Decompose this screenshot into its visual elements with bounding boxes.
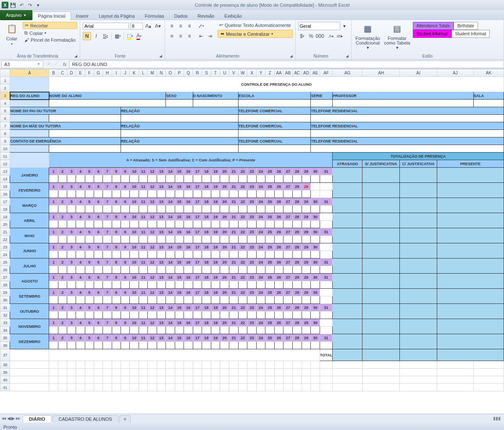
cell[interactable] <box>247 251 257 259</box>
cell[interactable]: 13 <box>157 213 165 221</box>
cell[interactable] <box>247 190 257 198</box>
cell[interactable] <box>10 100 49 107</box>
col-header[interactable]: AB <box>284 69 293 77</box>
cell[interactable] <box>130 221 139 228</box>
cell[interactable] <box>112 206 121 213</box>
decrease-font-button[interactable]: A▾ <box>154 22 162 30</box>
cell[interactable] <box>121 145 238 153</box>
row-header[interactable]: 6 <box>0 115 10 122</box>
cell[interactable] <box>229 190 239 198</box>
cell[interactable] <box>85 384 94 391</box>
cell[interactable] <box>400 334 437 349</box>
cell[interactable] <box>166 221 175 228</box>
cell[interactable]: 8 <box>112 228 121 236</box>
cell[interactable]: RELAÇÃO <box>121 107 238 115</box>
cell[interactable] <box>58 296 67 304</box>
cell[interactable]: 23 <box>247 259 257 266</box>
font-color-button[interactable]: A▾ <box>135 32 143 40</box>
cell[interactable] <box>284 236 293 243</box>
cell[interactable] <box>220 221 229 228</box>
cell[interactable]: TELEFONE COMERCIAL <box>238 137 311 145</box>
col-header[interactable]: S <box>202 69 211 77</box>
cell[interactable] <box>311 296 320 304</box>
cell[interactable]: 1 <box>49 183 58 190</box>
cell[interactable]: 24 <box>256 228 265 236</box>
cell[interactable] <box>265 384 275 391</box>
cell[interactable] <box>103 327 112 334</box>
cell[interactable]: TOTALIZAÇÃO DE PRESENÇA <box>333 153 504 160</box>
cell[interactable] <box>238 190 247 198</box>
cell[interactable]: 13 <box>157 319 165 327</box>
increase-font-button[interactable]: A▴ <box>144 22 152 30</box>
cell[interactable] <box>130 190 139 198</box>
cell[interactable]: 30 <box>311 213 320 221</box>
cell[interactable] <box>130 206 139 213</box>
cell[interactable] <box>238 115 311 122</box>
cell[interactable] <box>293 175 302 183</box>
cell[interactable] <box>10 130 49 137</box>
cell[interactable]: 14 <box>166 228 175 236</box>
cell[interactable]: 24 <box>256 289 265 296</box>
cell[interactable]: 7 <box>103 198 112 206</box>
cell[interactable] <box>320 206 333 213</box>
cell[interactable] <box>76 327 85 334</box>
cell[interactable] <box>311 327 320 334</box>
cell[interactable] <box>302 369 311 376</box>
cell[interactable] <box>202 369 211 376</box>
row-header[interactable]: 10 <box>0 145 10 153</box>
cell[interactable] <box>238 175 247 183</box>
cell[interactable] <box>193 369 202 376</box>
cell[interactable] <box>256 281 265 289</box>
row-header[interactable]: 23 <box>0 243 10 251</box>
cell[interactable]: 22 <box>238 274 247 281</box>
cell[interactable] <box>202 236 211 243</box>
cell[interactable]: 23 <box>247 319 257 327</box>
cell[interactable] <box>256 251 265 259</box>
cell[interactable]: 6 <box>94 213 102 221</box>
cell[interactable]: 9 <box>121 319 129 327</box>
tab-formulas[interactable]: Fórmulas <box>140 12 169 20</box>
cell[interactable] <box>293 327 302 334</box>
cell[interactable]: 15 <box>175 228 184 236</box>
cell[interactable] <box>193 296 202 304</box>
cell[interactable] <box>333 228 362 243</box>
cell[interactable] <box>175 206 184 213</box>
sheet-nav-last-icon[interactable]: ⏭ <box>16 416 20 421</box>
cell[interactable]: 22 <box>238 319 247 327</box>
cell[interactable]: 23 <box>247 168 257 175</box>
cell[interactable] <box>202 206 211 213</box>
cell[interactable] <box>256 342 265 349</box>
cell[interactable]: 2 <box>58 304 67 311</box>
cell[interactable] <box>130 175 139 183</box>
cell[interactable] <box>302 251 311 259</box>
cell[interactable] <box>166 361 175 369</box>
cell[interactable] <box>284 361 293 369</box>
cell[interactable]: 14 <box>166 198 175 206</box>
cell[interactable] <box>76 236 85 243</box>
cell[interactable] <box>121 311 129 319</box>
cell[interactable] <box>175 361 184 369</box>
cell[interactable]: TELEFONE RESIDENCIAL <box>311 137 504 145</box>
cell[interactable] <box>166 190 175 198</box>
cell[interactable] <box>202 384 211 391</box>
cell[interactable] <box>238 130 311 137</box>
cell[interactable]: 26 <box>274 259 284 266</box>
align-left-button[interactable]: ≡ <box>168 32 176 40</box>
cell[interactable] <box>333 100 474 107</box>
cell[interactable]: 2 <box>58 228 67 236</box>
cell[interactable] <box>10 349 49 361</box>
cell[interactable]: 9 <box>121 213 129 221</box>
cell[interactable]: 10 <box>130 168 139 175</box>
cell[interactable] <box>76 175 85 183</box>
cell[interactable] <box>320 311 333 319</box>
cell[interactable]: 19 <box>211 198 220 206</box>
cell[interactable]: 15 <box>175 243 184 251</box>
cell[interactable]: 18 <box>202 243 211 251</box>
col-header[interactable]: N <box>157 69 165 77</box>
cell[interactable]: 14 <box>166 213 175 221</box>
cell[interactable]: 25 <box>265 228 275 236</box>
row-header[interactable]: 32 <box>0 311 10 319</box>
cell[interactable] <box>333 259 362 274</box>
cell[interactable] <box>166 206 175 213</box>
cell[interactable]: 11 <box>139 198 147 206</box>
